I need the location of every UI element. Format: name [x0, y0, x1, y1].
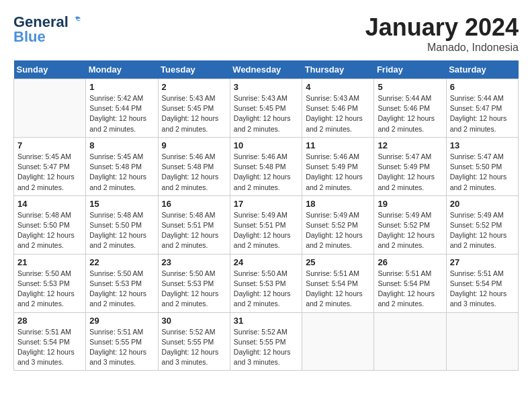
day-number: 30	[162, 316, 226, 326]
day-number: 31	[234, 316, 298, 326]
day-number: 14	[17, 199, 82, 209]
col-header-monday: Monday	[86, 60, 158, 79]
day-cell	[14, 79, 86, 138]
col-header-wednesday: Wednesday	[230, 60, 302, 79]
day-number: 22	[89, 257, 154, 267]
day-number: 9	[162, 140, 226, 150]
day-cell: 28Sunrise: 5:51 AM Sunset: 5:54 PM Dayli…	[14, 312, 86, 371]
day-info: Sunrise: 5:48 AM Sunset: 5:50 PM Dayligh…	[17, 210, 82, 251]
page-header: General Blue January 2024 Manado, Indone…	[13, 13, 519, 54]
day-number: 19	[378, 199, 442, 209]
day-number: 26	[378, 257, 442, 267]
day-info: Sunrise: 5:44 AM Sunset: 5:47 PM Dayligh…	[450, 93, 515, 134]
day-cell	[446, 312, 518, 371]
day-info: Sunrise: 5:51 AM Sunset: 5:54 PM Dayligh…	[378, 269, 442, 310]
day-cell: 17Sunrise: 5:49 AM Sunset: 5:51 PM Dayli…	[230, 195, 302, 254]
day-info: Sunrise: 5:43 AM Sunset: 5:45 PM Dayligh…	[162, 93, 226, 134]
week-row-2: 7Sunrise: 5:45 AM Sunset: 5:47 PM Daylig…	[14, 137, 519, 195]
day-info: Sunrise: 5:49 AM Sunset: 5:52 PM Dayligh…	[378, 210, 442, 251]
day-number: 28	[17, 316, 82, 326]
day-info: Sunrise: 5:52 AM Sunset: 5:55 PM Dayligh…	[234, 327, 298, 368]
day-number: 11	[306, 140, 370, 150]
title-section: January 2024 Manado, Indonesia	[365, 13, 519, 54]
day-info: Sunrise: 5:51 AM Sunset: 5:54 PM Dayligh…	[17, 327, 82, 368]
day-cell: 31Sunrise: 5:52 AM Sunset: 5:55 PM Dayli…	[230, 312, 302, 371]
calendar-table: SundayMondayTuesdayWednesdayThursdayFrid…	[13, 60, 519, 371]
day-info: Sunrise: 5:50 AM Sunset: 5:53 PM Dayligh…	[234, 269, 298, 310]
day-number: 18	[306, 199, 370, 209]
col-header-thursday: Thursday	[302, 60, 374, 79]
day-info: Sunrise: 5:46 AM Sunset: 5:49 PM Dayligh…	[306, 152, 370, 193]
day-number: 25	[306, 257, 370, 267]
day-number: 7	[17, 140, 82, 150]
logo-bird-icon	[70, 15, 82, 27]
day-info: Sunrise: 5:43 AM Sunset: 5:46 PM Dayligh…	[306, 93, 370, 134]
week-row-1: 1Sunrise: 5:42 AM Sunset: 5:44 PM Daylig…	[14, 79, 519, 138]
day-info: Sunrise: 5:45 AM Sunset: 5:48 PM Dayligh…	[89, 152, 154, 193]
day-info: Sunrise: 5:43 AM Sunset: 5:45 PM Dayligh…	[234, 93, 298, 134]
day-cell: 30Sunrise: 5:52 AM Sunset: 5:55 PM Dayli…	[158, 312, 230, 371]
day-info: Sunrise: 5:52 AM Sunset: 5:55 PM Dayligh…	[162, 327, 226, 368]
day-cell: 13Sunrise: 5:47 AM Sunset: 5:50 PM Dayli…	[446, 137, 518, 195]
day-number: 6	[450, 82, 515, 92]
day-info: Sunrise: 5:49 AM Sunset: 5:51 PM Dayligh…	[234, 210, 298, 251]
day-cell: 18Sunrise: 5:49 AM Sunset: 5:52 PM Dayli…	[302, 195, 374, 254]
day-cell: 11Sunrise: 5:46 AM Sunset: 5:49 PM Dayli…	[302, 137, 374, 195]
week-row-5: 28Sunrise: 5:51 AM Sunset: 5:54 PM Dayli…	[14, 312, 519, 371]
header-row: SundayMondayTuesdayWednesdayThursdayFrid…	[14, 60, 519, 79]
day-number: 29	[89, 316, 154, 326]
day-info: Sunrise: 5:47 AM Sunset: 5:49 PM Dayligh…	[378, 152, 442, 193]
day-info: Sunrise: 5:51 AM Sunset: 5:54 PM Dayligh…	[450, 269, 515, 310]
day-number: 8	[89, 140, 154, 150]
day-cell: 16Sunrise: 5:48 AM Sunset: 5:51 PM Dayli…	[158, 195, 230, 254]
day-cell: 4Sunrise: 5:43 AM Sunset: 5:46 PM Daylig…	[302, 79, 374, 138]
day-cell: 26Sunrise: 5:51 AM Sunset: 5:54 PM Dayli…	[374, 254, 446, 312]
week-row-3: 14Sunrise: 5:48 AM Sunset: 5:50 PM Dayli…	[14, 195, 519, 254]
calendar-subtitle: Manado, Indonesia	[365, 42, 519, 54]
day-info: Sunrise: 5:42 AM Sunset: 5:44 PM Dayligh…	[89, 93, 154, 134]
day-number: 27	[450, 257, 515, 267]
day-cell	[374, 312, 446, 371]
day-info: Sunrise: 5:49 AM Sunset: 5:52 PM Dayligh…	[450, 210, 515, 251]
day-number: 5	[378, 82, 442, 92]
day-cell: 12Sunrise: 5:47 AM Sunset: 5:49 PM Dayli…	[374, 137, 446, 195]
day-info: Sunrise: 5:48 AM Sunset: 5:51 PM Dayligh…	[162, 210, 226, 251]
day-number: 13	[450, 140, 515, 150]
calendar-title: January 2024	[365, 13, 519, 42]
day-number: 3	[234, 82, 298, 92]
day-number: 23	[162, 257, 226, 267]
day-cell: 2Sunrise: 5:43 AM Sunset: 5:45 PM Daylig…	[158, 79, 230, 138]
day-info: Sunrise: 5:45 AM Sunset: 5:47 PM Dayligh…	[17, 152, 82, 193]
day-cell: 8Sunrise: 5:45 AM Sunset: 5:48 PM Daylig…	[86, 137, 158, 195]
logo: General Blue	[13, 13, 82, 46]
day-number: 15	[89, 199, 154, 209]
day-cell: 5Sunrise: 5:44 AM Sunset: 5:46 PM Daylig…	[374, 79, 446, 138]
day-cell: 25Sunrise: 5:51 AM Sunset: 5:54 PM Dayli…	[302, 254, 374, 312]
day-number: 12	[378, 140, 442, 150]
day-cell: 21Sunrise: 5:50 AM Sunset: 5:53 PM Dayli…	[14, 254, 86, 312]
week-row-4: 21Sunrise: 5:50 AM Sunset: 5:53 PM Dayli…	[14, 254, 519, 312]
day-cell: 24Sunrise: 5:50 AM Sunset: 5:53 PM Dayli…	[230, 254, 302, 312]
day-cell: 19Sunrise: 5:49 AM Sunset: 5:52 PM Dayli…	[374, 195, 446, 254]
day-number: 10	[234, 140, 298, 150]
day-info: Sunrise: 5:51 AM Sunset: 5:54 PM Dayligh…	[306, 269, 370, 310]
day-cell: 29Sunrise: 5:51 AM Sunset: 5:55 PM Dayli…	[86, 312, 158, 371]
day-cell: 10Sunrise: 5:46 AM Sunset: 5:48 PM Dayli…	[230, 137, 302, 195]
day-cell: 14Sunrise: 5:48 AM Sunset: 5:50 PM Dayli…	[14, 195, 86, 254]
day-info: Sunrise: 5:46 AM Sunset: 5:48 PM Dayligh…	[234, 152, 298, 193]
day-cell: 3Sunrise: 5:43 AM Sunset: 5:45 PM Daylig…	[230, 79, 302, 138]
day-cell: 9Sunrise: 5:46 AM Sunset: 5:48 PM Daylig…	[158, 137, 230, 195]
day-cell: 6Sunrise: 5:44 AM Sunset: 5:47 PM Daylig…	[446, 79, 518, 138]
day-number: 1	[89, 82, 154, 92]
day-cell: 7Sunrise: 5:45 AM Sunset: 5:47 PM Daylig…	[14, 137, 86, 195]
day-number: 24	[234, 257, 298, 267]
day-info: Sunrise: 5:50 AM Sunset: 5:53 PM Dayligh…	[17, 269, 82, 310]
day-cell: 1Sunrise: 5:42 AM Sunset: 5:44 PM Daylig…	[86, 79, 158, 138]
day-info: Sunrise: 5:50 AM Sunset: 5:53 PM Dayligh…	[162, 269, 226, 310]
day-cell: 22Sunrise: 5:50 AM Sunset: 5:53 PM Dayli…	[86, 254, 158, 312]
col-header-sunday: Sunday	[14, 60, 86, 79]
day-cell: 15Sunrise: 5:48 AM Sunset: 5:50 PM Dayli…	[86, 195, 158, 254]
day-number: 17	[234, 199, 298, 209]
day-number: 20	[450, 199, 515, 209]
day-info: Sunrise: 5:48 AM Sunset: 5:50 PM Dayligh…	[89, 210, 154, 251]
